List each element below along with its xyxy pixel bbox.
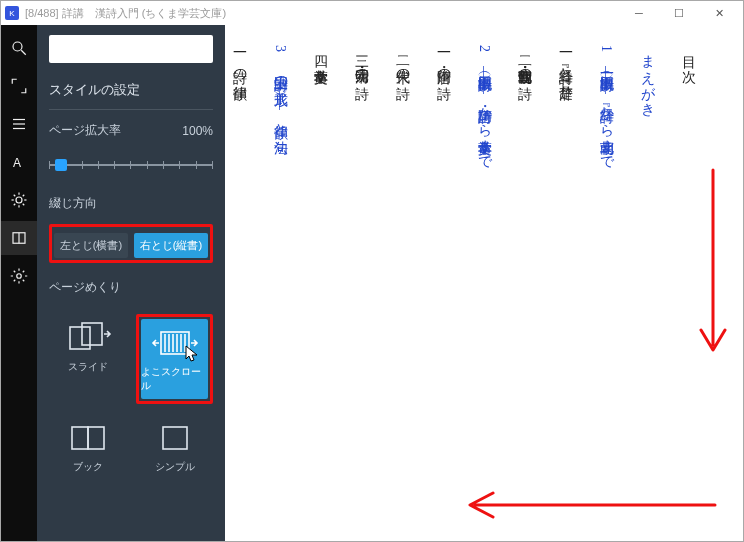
paging-label: ページめくり [49, 279, 213, 296]
svg-text:A: A [13, 156, 21, 170]
font-icon[interactable]: A [1, 145, 37, 179]
svg-line-13 [14, 204, 16, 206]
svg-rect-29 [163, 427, 187, 449]
close-button[interactable]: ✕ [699, 1, 739, 25]
binding-label: 綴じ方向 [49, 195, 213, 212]
paging-option-book[interactable]: ブック [49, 414, 126, 480]
toc-line[interactable]: 2 中国詩概観（二）―― 隋・唐詩から文学革命まで [477, 45, 492, 162]
paging-option-label: シンプル [155, 460, 195, 474]
svg-point-17 [17, 274, 22, 279]
toc-line: 二 魏・晋・南北朝の詩 [509, 45, 540, 511]
panel-heading: スタイルの設定 [49, 75, 213, 110]
toc-line[interactable]: 3 中国詩の形式（一）―― 韻律と句法 [273, 45, 288, 130]
fullscreen-icon[interactable] [1, 69, 37, 103]
maximize-button[interactable]: ☐ [659, 1, 699, 25]
toc-line: 一 隋・唐の詩 [427, 45, 458, 511]
svg-line-1 [21, 50, 26, 55]
paging-option-slide[interactable]: スライド [49, 314, 126, 404]
minimize-button[interactable]: ─ [619, 1, 659, 25]
style-panel: スタイルの設定 ページ拡大率 100% 綴じ方向 左とじ(横書) 右とじ(縦書)… [37, 25, 225, 541]
app-icon: K [5, 6, 19, 20]
hscroll-highlight-annotation: よこスクロール [136, 314, 213, 404]
zoom-slider-thumb[interactable] [55, 159, 67, 171]
search-icon[interactable] [1, 31, 37, 65]
toc-line: 一 『詩経』と『楚辞』 [550, 45, 581, 511]
paging-option-label: よこスクロール [141, 365, 208, 393]
search-input[interactable] [49, 35, 213, 63]
paging-option-hscroll[interactable]: よこスクロール [141, 319, 208, 399]
brightness-icon[interactable] [1, 183, 37, 217]
book-page: 目 次 まえがき 1 中国詩概観（一）―― 『詩経』から南北朝まで 一 『詩経』… [245, 45, 703, 511]
svg-line-12 [23, 204, 25, 206]
mouse-cursor [185, 345, 199, 363]
left-icon-strip: A [1, 25, 37, 541]
toc-icon[interactable] [1, 107, 37, 141]
simple-icon [147, 420, 203, 456]
svg-point-6 [16, 197, 22, 203]
paging-option-simple[interactable]: シンプル [136, 414, 213, 480]
slide-icon [60, 320, 116, 356]
zoom-value: 100% [182, 124, 213, 138]
binding-right-button[interactable]: 右とじ(縦書) [134, 233, 208, 258]
toc-line[interactable]: まえがき [631, 45, 662, 511]
window-title: [8/488] 詳講 漢詩入門 (ちくま学芸文庫) [25, 6, 226, 21]
app-window: K [8/488] 詳講 漢詩入門 (ちくま学芸文庫) ─ ☐ ✕ A スタイル… [0, 0, 744, 542]
book-icon [60, 420, 116, 456]
svg-rect-28 [88, 427, 104, 449]
toc-line: 三 元・明・清の詩 [346, 45, 377, 511]
layout-icon[interactable] [1, 221, 37, 255]
titlebar: K [8/488] 詳講 漢詩入門 (ちくま学芸文庫) ─ ☐ ✕ [1, 1, 743, 25]
toc-line: 四 文学革命 [305, 45, 336, 511]
binding-left-button[interactable]: 左とじ(横書) [54, 233, 128, 258]
toc-heading: 目 次 [672, 45, 703, 511]
zoom-slider[interactable] [49, 151, 213, 179]
toc-line: 二 宋代の詩 [387, 45, 418, 511]
zoom-label: ページ拡大率 [49, 122, 121, 139]
binding-highlight-annotation: 左とじ(横書) 右とじ(縦書) [49, 224, 213, 263]
paging-option-label: スライド [68, 360, 108, 374]
svg-line-11 [14, 195, 16, 197]
settings-icon[interactable] [1, 259, 37, 293]
paging-option-label: ブック [73, 460, 103, 474]
toc-line[interactable]: 1 中国詩概観（一）―― 『詩経』から南北朝まで [599, 45, 614, 162]
reader-content[interactable]: 目 次 まえがき 1 中国詩概観（一）―― 『詩経』から南北朝まで 一 『詩経』… [225, 25, 743, 541]
svg-rect-27 [72, 427, 88, 449]
svg-point-0 [13, 42, 22, 51]
svg-line-14 [23, 195, 25, 197]
toc-line: 一 詩の韻律 [225, 45, 254, 511]
